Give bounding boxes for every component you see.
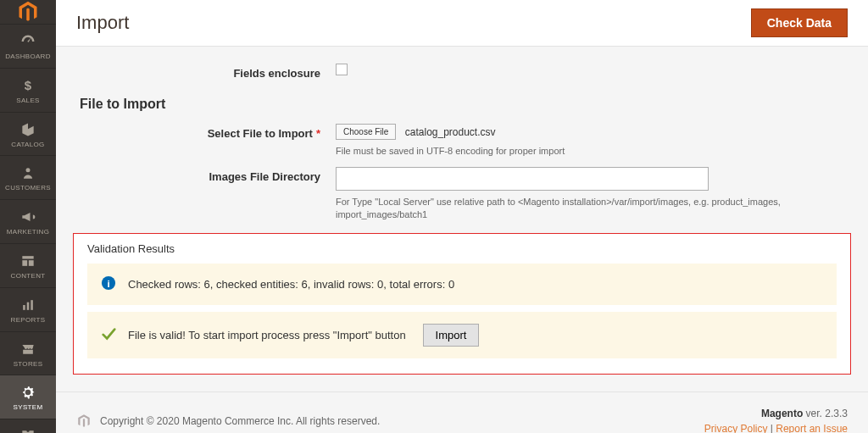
images-dir-input[interactable] bbox=[336, 167, 709, 191]
sidebar-item-partners[interactable]: FIND PARTNERS & EXTENSIONS bbox=[0, 419, 56, 433]
svg-rect-6 bbox=[27, 302, 30, 309]
info-icon: i bbox=[101, 275, 116, 293]
main-area: Import Check Data Fields enclosure File … bbox=[56, 0, 868, 433]
box-icon bbox=[18, 121, 38, 138]
sidebar-item-system[interactable]: SYSTEM bbox=[0, 375, 56, 419]
sidebar-label: STORES bbox=[0, 361, 56, 369]
footer-separator: | bbox=[767, 423, 776, 433]
validation-results: Validation Results i Checked rows: 6, ch… bbox=[73, 233, 851, 375]
sidebar-label: DASHBOARD bbox=[0, 53, 56, 61]
svg-point-1 bbox=[26, 169, 31, 173]
check-data-button[interactable]: Check Data bbox=[751, 8, 848, 37]
sidebar-item-dashboard[interactable]: DASHBOARD bbox=[0, 25, 56, 69]
svg-rect-2 bbox=[22, 256, 33, 258]
bars-icon bbox=[18, 297, 38, 314]
svg-text:i: i bbox=[107, 278, 109, 289]
images-dir-hint: For Type "Local Server" use relative pat… bbox=[336, 196, 851, 222]
dollar-icon: $ bbox=[18, 77, 38, 94]
megaphone-icon bbox=[18, 208, 38, 225]
product-name: Magento bbox=[761, 408, 803, 419]
selected-file-name: catalog_product.csv bbox=[405, 126, 496, 138]
svg-rect-7 bbox=[31, 300, 33, 310]
version-number: 2.3.3 bbox=[825, 408, 848, 419]
svg-rect-5 bbox=[23, 305, 25, 310]
sidebar-item-content[interactable]: CONTENT bbox=[0, 244, 56, 288]
svg-text:$: $ bbox=[25, 78, 32, 92]
select-file-label: Select File to Import* bbox=[73, 124, 336, 140]
report-issue-link[interactable]: Report an Issue bbox=[776, 423, 848, 433]
svg-rect-4 bbox=[29, 260, 34, 266]
sidebar-item-reports[interactable]: REPORTS bbox=[0, 288, 56, 332]
sidebar-item-sales[interactable]: $ SALES bbox=[0, 69, 56, 113]
select-file-label-text: Select File to Import bbox=[208, 127, 313, 140]
fields-enclosure-checkbox[interactable] bbox=[336, 64, 348, 75]
page-header: Import Check Data bbox=[56, 0, 868, 47]
sidebar-label: CONTENT bbox=[0, 273, 56, 280]
choose-file-button[interactable]: Choose File bbox=[336, 124, 396, 140]
sidebar-label: SALES bbox=[0, 97, 56, 105]
images-dir-label: Images File Directory bbox=[73, 167, 336, 183]
admin-sidebar: DASHBOARD $ SALES CATALOG CUSTOMERS MARK… bbox=[0, 0, 56, 433]
page-title: Import bbox=[76, 12, 129, 34]
validation-title: Validation Results bbox=[87, 242, 837, 255]
sidebar-label: CATALOG bbox=[0, 142, 56, 149]
version-prefix: ver. bbox=[803, 408, 825, 419]
sidebar-label: SYSTEM bbox=[0, 404, 56, 412]
magento-footer-icon bbox=[76, 414, 92, 429]
sidebar-item-catalog[interactable]: CATALOG bbox=[0, 113, 56, 157]
store-icon bbox=[18, 341, 38, 358]
sidebar-item-stores[interactable]: STORES bbox=[0, 332, 56, 376]
svg-rect-3 bbox=[22, 260, 27, 266]
images-dir-row: Images File Directory For Type "Local Se… bbox=[73, 167, 851, 222]
fields-enclosure-label: Fields enclosure bbox=[73, 64, 336, 80]
select-file-hint: File must be saved in UTF-8 encoding for… bbox=[336, 145, 851, 158]
check-icon bbox=[101, 326, 116, 344]
sidebar-label: MARKETING bbox=[0, 229, 56, 236]
fields-enclosure-row: Fields enclosure bbox=[73, 64, 851, 80]
content: Fields enclosure File to Import Select F… bbox=[56, 47, 868, 391]
footer-left: Copyright © 2020 Magento Commerce Inc. A… bbox=[76, 414, 380, 429]
select-file-row: Select File to Import* Choose File catal… bbox=[73, 124, 851, 158]
footer: Copyright © 2020 Magento Commerce Inc. A… bbox=[56, 391, 868, 433]
import-button[interactable]: Import bbox=[423, 324, 480, 347]
file-to-import-heading: File to Import bbox=[80, 97, 851, 112]
validation-success-message: File is valid! To start import process p… bbox=[87, 312, 837, 358]
privacy-policy-link[interactable]: Privacy Policy bbox=[704, 423, 768, 433]
copyright-text: Copyright © 2020 Magento Commerce Inc. A… bbox=[100, 415, 380, 427]
puzzle-icon bbox=[18, 428, 38, 433]
sidebar-label: REPORTS bbox=[0, 317, 56, 325]
validation-info-message: i Checked rows: 6, checked entities: 6, … bbox=[87, 264, 837, 305]
magento-logo-icon bbox=[16, 0, 40, 24]
sidebar-item-marketing[interactable]: MARKETING bbox=[0, 200, 56, 244]
layout-icon bbox=[18, 253, 38, 269]
person-icon bbox=[18, 164, 38, 181]
gear-icon bbox=[18, 384, 38, 401]
footer-right: Magento ver. 2.3.3 Privacy Policy | Repo… bbox=[704, 406, 848, 433]
success-message-text: File is valid! To start import process p… bbox=[128, 329, 406, 341]
magento-logo[interactable] bbox=[0, 0, 56, 25]
sidebar-label: CUSTOMERS bbox=[0, 185, 56, 192]
required-asterisk: * bbox=[316, 127, 320, 140]
info-message-text: Checked rows: 6, checked entities: 6, in… bbox=[128, 278, 454, 291]
dashboard-icon bbox=[18, 33, 38, 50]
sidebar-item-customers[interactable]: CUSTOMERS bbox=[0, 156, 56, 200]
